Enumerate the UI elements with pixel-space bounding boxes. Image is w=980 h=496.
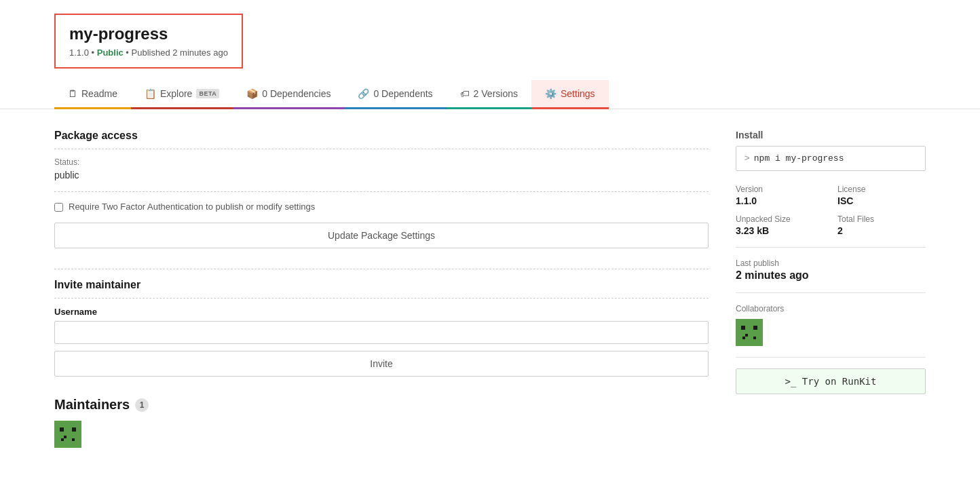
install-box: > npm i my-progress	[736, 146, 926, 171]
unpacked-size-item: Unpacked Size 3.23 kB	[736, 214, 824, 236]
collaborator-avatar	[736, 319, 763, 346]
tab-readme[interactable]: 🗒 Readme	[54, 80, 131, 109]
maintainers-count: 1	[135, 398, 149, 412]
tab-settings-label: Settings	[561, 88, 595, 99]
maintainers-section-title: Maintainers 1	[54, 397, 709, 413]
right-panel: Install > npm i my-progress Version 1.1.…	[736, 130, 926, 448]
update-package-settings-button[interactable]: Update Package Settings	[54, 223, 709, 248]
license-value: ISC	[837, 195, 926, 206]
tab-explore[interactable]: 📋 Explore BETA	[131, 80, 233, 109]
dependencies-icon: 📦	[246, 88, 258, 99]
username-label: Username	[54, 307, 709, 317]
tab-explore-label: Explore	[160, 88, 192, 99]
status-label: Status:	[54, 157, 709, 167]
tab-dependencies-label: 0 Dependencies	[262, 88, 331, 99]
tab-versions[interactable]: 🏷 2 Versions	[447, 80, 531, 109]
main-content: Package access Status: public Require Tw…	[0, 109, 980, 468]
status-value: public	[54, 170, 709, 180]
install-prompt: >	[745, 153, 750, 164]
tfa-checkbox[interactable]	[54, 203, 63, 212]
readme-icon: 🗒	[68, 88, 77, 99]
package-visibility: Public	[97, 47, 124, 58]
total-files-item: Total Files 2	[837, 214, 926, 236]
tfa-label: Require Two Factor Authentication to pub…	[69, 202, 315, 212]
version-label: Version	[736, 185, 824, 194]
tab-versions-label: 2 Versions	[474, 88, 518, 99]
tab-dependents-label: 0 Dependents	[373, 88, 432, 99]
version-item: Version 1.1.0	[736, 185, 824, 206]
install-command: npm i my-progress	[754, 153, 844, 164]
tab-readme-label: Readme	[81, 88, 117, 99]
divider3	[736, 292, 926, 293]
license-label: License	[837, 185, 926, 194]
total-files-label: Total Files	[837, 214, 926, 224]
explore-icon: 📋	[145, 88, 156, 99]
dependents-icon: 🔗	[358, 88, 369, 99]
total-files-value: 2	[837, 225, 926, 236]
package-published: Published 2 minutes ago	[132, 47, 228, 58]
divider2	[54, 269, 709, 269]
divider4	[736, 357, 926, 358]
tab-settings[interactable]: ⚙️ Settings	[531, 80, 609, 109]
unpacked-size-value: 3.23 kB	[736, 225, 824, 236]
tab-dependencies[interactable]: 📦 0 Dependencies	[233, 80, 344, 109]
tab-dependents[interactable]: 🔗 0 Dependents	[344, 80, 446, 109]
maintainers-label: Maintainers	[54, 397, 130, 413]
version-value: 1.1.0	[736, 195, 824, 206]
package-title-box: my-progress 1.1.0 • Public • Published 2…	[54, 14, 243, 69]
license-item: License ISC	[837, 185, 926, 206]
unpacked-size-label: Unpacked Size	[736, 214, 824, 224]
invite-maintainer-title: Invite maintainer	[54, 279, 709, 299]
tabs-bar: 🗒 Readme 📋 Explore BETA 📦 0 Dependencies…	[0, 79, 980, 109]
divider	[54, 191, 709, 192]
username-input[interactable]	[54, 321, 709, 344]
versions-icon: 🏷	[460, 88, 470, 99]
last-publish-label: Last publish	[736, 259, 926, 268]
collaborators-label: Collaborators	[736, 304, 926, 313]
package-access-title: Package access	[54, 130, 709, 149]
invite-button[interactable]: Invite	[54, 351, 709, 377]
meta-grid: Version 1.1.0 License ISC Unpacked Size …	[736, 185, 926, 248]
package-name: my-progress	[69, 24, 228, 43]
tfa-checkbox-row: Require Two Factor Authentication to pub…	[54, 202, 709, 212]
last-publish-value: 2 minutes ago	[736, 269, 926, 282]
package-version: 1.1.0	[69, 47, 89, 58]
package-meta: 1.1.0 • Public • Published 2 minutes ago	[69, 47, 228, 58]
left-panel: Package access Status: public Require Tw…	[54, 130, 709, 448]
install-label: Install	[736, 130, 926, 140]
settings-icon: ⚙️	[545, 88, 557, 99]
beta-badge: BETA	[196, 89, 219, 98]
runkit-button[interactable]: >_ Try on RunKit	[736, 368, 926, 394]
maintainer-avatar	[54, 421, 81, 448]
